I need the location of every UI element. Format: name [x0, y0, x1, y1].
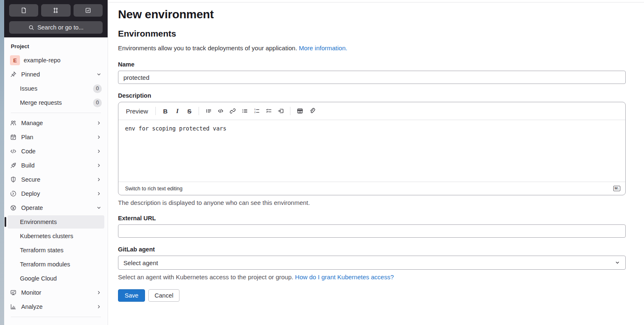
sidebar-item-secure[interactable]: Secure	[7, 173, 104, 186]
sidebar-nav: Project E example-repo Pinned Issues 0 M…	[4, 37, 108, 317]
kubernetes-access-link[interactable]: How do I grant Kubernetes access?	[295, 273, 394, 281]
sidebar-item-label: Deploy	[21, 190, 40, 197]
sidebar-item-build[interactable]: Build	[7, 159, 104, 172]
main-content: New environment Environments Environment…	[108, 0, 644, 325]
monitor-icon	[10, 289, 17, 296]
table-button[interactable]	[294, 106, 305, 117]
task-list-icon	[265, 108, 272, 114]
sidebar-item-pinned[interactable]: Pinned	[7, 68, 104, 81]
merge-requests-count-badge: 0	[93, 98, 102, 107]
intro-text: Environments allow you to track deployme…	[118, 44, 626, 52]
code-button[interactable]	[215, 106, 226, 117]
sidebar-item-google-cloud[interactable]: Google Cloud	[7, 272, 104, 285]
search-icon	[28, 25, 34, 31]
sidebar-divider	[11, 317, 101, 317]
attach-file-icon	[309, 108, 315, 114]
link-button[interactable]	[227, 106, 238, 117]
sidebar-item-label: Google Cloud	[20, 275, 57, 282]
users-icon	[10, 120, 17, 126]
agent-select[interactable]: Select agent	[118, 256, 626, 270]
bullet-list-icon	[241, 108, 248, 114]
sidebar-item-label: Kubernetes clusters	[20, 233, 73, 239]
sidebar-item-label: Operate	[21, 204, 43, 211]
editor-toolbar: Preview B I S 1.2.	[118, 102, 625, 120]
quote-button[interactable]	[203, 106, 214, 117]
chevron-right-icon	[96, 290, 102, 295]
operate-icon	[10, 204, 17, 211]
sidebar-item-label: Pinned	[21, 71, 40, 78]
merge-request-icon	[52, 7, 59, 14]
sidebar-item-label: Merge requests	[20, 99, 62, 106]
sidebar-item-label: Secure	[21, 176, 40, 183]
collapsible-section-button[interactable]	[275, 106, 286, 117]
gitlab-agent-label: GitLab agent	[118, 246, 626, 253]
sidebar-item-environments[interactable]: Environments	[7, 215, 104, 229]
calendar-check-icon	[10, 134, 17, 140]
bold-button[interactable]: B	[160, 106, 171, 117]
name-label: Name	[118, 61, 626, 68]
external-url-input[interactable]	[118, 224, 626, 238]
name-input[interactable]	[118, 71, 626, 84]
agent-select-value: Select agent	[123, 259, 158, 266]
sidebar-item-issues[interactable]: Issues 0	[7, 82, 104, 95]
svg-text:1.: 1.	[254, 108, 256, 111]
shield-icon	[10, 176, 17, 183]
intro-copy: Environments allow you to track deployme…	[118, 44, 297, 52]
issues-shortcut-button[interactable]	[9, 4, 38, 17]
more-information-link[interactable]: More information.	[299, 44, 347, 52]
sidebar-item-code[interactable]: Code	[7, 145, 104, 158]
sidebar-item-manage[interactable]: Manage	[7, 116, 104, 130]
agent-help-copy: Select an agent with Kubernetes access t…	[118, 273, 293, 281]
sidebar-divider	[11, 113, 101, 113]
description-help-text: The description is displayed to anyone w…	[118, 199, 626, 207]
sidebar-item-monitor[interactable]: Monitor	[7, 286, 104, 299]
save-button[interactable]: Save	[118, 289, 145, 302]
italic-button[interactable]: I	[172, 106, 183, 117]
merge-requests-shortcut-button[interactable]	[41, 4, 70, 17]
editor-footer: Switch to rich text editing M↓	[118, 182, 625, 195]
bold-icon: B	[163, 108, 167, 115]
sidebar-item-label: Build	[21, 162, 34, 169]
sidebar-item-label: Terraform modules	[20, 261, 70, 268]
chevron-right-icon	[96, 191, 102, 197]
chevron-right-icon	[96, 304, 102, 310]
code-icon	[10, 148, 17, 155]
sidebar-item-kubernetes-clusters[interactable]: Kubernetes clusters	[7, 229, 104, 243]
svg-text:2.: 2.	[254, 111, 256, 113]
sidebar-item-label: Terraform states	[20, 247, 64, 254]
task-list-button[interactable]	[263, 106, 274, 117]
table-icon	[297, 108, 303, 114]
sidebar-item-operate[interactable]: Operate	[7, 201, 104, 214]
form-actions: Save Cancel	[118, 289, 626, 302]
attach-file-button[interactable]	[306, 106, 317, 117]
issues-icon	[20, 7, 27, 14]
description-label: Description	[118, 92, 626, 99]
bullet-list-button[interactable]	[239, 106, 250, 117]
sidebar-item-plan[interactable]: Plan	[7, 130, 104, 144]
pin-icon	[10, 71, 17, 78]
sidebar-item-label: Issues	[20, 85, 37, 92]
switch-rich-text-button[interactable]: Switch to rich text editing	[125, 186, 182, 192]
todo-shortcut-button[interactable]	[74, 4, 103, 17]
rocket-icon	[10, 162, 17, 169]
preview-button[interactable]: Preview	[126, 108, 148, 115]
numbered-list-icon: 1.2.	[253, 108, 260, 114]
sidebar-item-analyze[interactable]: Analyze	[7, 300, 104, 313]
project-section-label: Project	[4, 39, 108, 53]
sidebar-item-deploy[interactable]: Deploy	[7, 187, 104, 200]
sidebar-item-label: Plan	[21, 134, 33, 140]
toolbar-divider	[290, 107, 290, 115]
sidebar-item-terraform-modules[interactable]: Terraform modules	[7, 258, 104, 271]
search-input[interactable]: Search or go to...	[9, 21, 103, 34]
sidebar-item-merge-requests[interactable]: Merge requests 0	[7, 96, 104, 109]
cancel-button[interactable]: Cancel	[148, 289, 179, 302]
strikethrough-button[interactable]: S	[184, 106, 195, 117]
numbered-list-button[interactable]: 1.2.	[251, 106, 262, 117]
desktop-edge-strip	[0, 0, 4, 325]
description-textarea[interactable]: env for scoping protected vars	[118, 120, 625, 182]
toolbar-divider	[155, 107, 156, 115]
sidebar-item-terraform-states[interactable]: Terraform states	[7, 244, 104, 257]
project-switcher[interactable]: E example-repo	[7, 54, 104, 67]
sidebar-item-label: Environments	[20, 219, 57, 225]
chart-icon	[10, 303, 17, 310]
